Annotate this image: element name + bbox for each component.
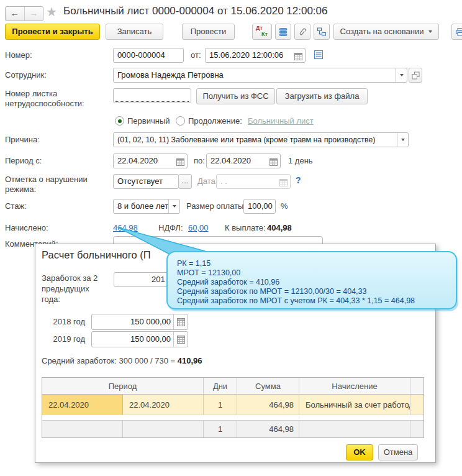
print-button[interactable] — [451, 24, 462, 40]
datetime-value: 15.06.2020 12:00:06 — [209, 50, 283, 60]
sick-number-label-line1: Номер листка — [5, 89, 57, 98]
calculation-tooltip: РК = 1,15 МРОТ = 12130,00 Средний зарабо… — [166, 251, 457, 309]
reason-combo[interactable]: (01, 02, 10, 11) Заболевание или травма … — [113, 132, 409, 147]
year-2018-label: 2018 год — [42, 317, 85, 326]
column-header-accrual[interactable]: Начисление — [299, 378, 410, 395]
column-header-empty — [410, 378, 424, 395]
calendar-icon[interactable] — [270, 157, 278, 168]
favorite-star-icon[interactable]: ★ — [46, 4, 57, 19]
cell-accrual[interactable]: Больничный за счет работодателя — [299, 395, 410, 415]
violation-date-input[interactable]: . . — [216, 174, 291, 189]
violation-choose-button[interactable]: ... — [178, 174, 192, 189]
forward-icon[interactable]: → — [25, 7, 43, 21]
continuation-radio[interactable] — [176, 116, 185, 126]
violation-date-placeholder: . . — [220, 176, 227, 186]
cell-sum[interactable]: 464,98 — [237, 395, 299, 415]
employee-open-button[interactable] — [409, 68, 422, 83]
calculator-icon[interactable] — [173, 314, 188, 329]
calendar-icon[interactable] — [294, 51, 302, 63]
document-history-icon[interactable] — [314, 50, 324, 62]
period-from-input[interactable]: 22.04.2020 — [113, 153, 188, 168]
open-external-icon — [412, 71, 420, 80]
period-to-value: 22.04.2020 — [211, 156, 251, 165]
earnings-label-line3: года: — [42, 295, 60, 304]
attachments-button[interactable] — [294, 24, 310, 40]
reason-value: (01, 02, 10, 11) Заболевание или травма … — [117, 135, 375, 144]
total-empty — [299, 420, 410, 437]
dtkt-postings-button[interactable]: Дт Кт — [252, 24, 272, 40]
help-icon[interactable]: ? — [296, 175, 301, 185]
period-to-input[interactable]: 22.04.2020 — [206, 153, 281, 168]
year-2019-value: 150 000,00 — [92, 332, 171, 347]
column-header-sum[interactable]: Сумма — [237, 378, 299, 395]
cell-date-from[interactable]: 22.04.2020 — [42, 395, 123, 415]
load-from-file-button[interactable]: Загрузить из файла — [276, 88, 368, 104]
period-label: Период с: — [5, 156, 42, 165]
earnings-label-line2: предыдущих — [42, 284, 89, 293]
violation-label-line2: режима: — [5, 185, 36, 194]
accrued-label: Начислено: — [5, 223, 48, 232]
calculation-table: Период Дни Сумма Начисление 22.04.2020 2… — [42, 377, 424, 438]
year-2019-input[interactable]: 150 000,00 — [91, 331, 188, 347]
calculator-icon[interactable] — [173, 332, 188, 347]
related-documents-icon — [317, 27, 327, 37]
write-button[interactable]: Записать — [106, 24, 163, 40]
percent-sign: % — [281, 201, 288, 211]
average-earnings-value: 410,96 — [178, 356, 202, 365]
experience-value: 8 и более лет — [117, 201, 168, 211]
datetime-input[interactable]: 15.06.2020 12:00:06 — [205, 48, 306, 63]
continuation-doc-link[interactable]: Больничный лист — [248, 116, 314, 126]
employee-combo[interactable]: Громова Надежда Петровна — [113, 68, 407, 83]
related-documents-button[interactable] — [314, 24, 330, 40]
more-actions-button[interactable] — [275, 24, 291, 40]
average-earnings-line: Средний заработок: 300 000 / 730 = 410,9… — [42, 356, 202, 365]
post-button[interactable]: Провести — [182, 24, 235, 40]
tooltip-line: Средний заработок по МРОТ = 12130,00/30 … — [177, 287, 456, 296]
column-header-days[interactable]: Дни — [204, 378, 237, 395]
get-from-fss-button[interactable]: Получить из ФСС — [196, 88, 275, 104]
table-row[interactable]: 22.04.2020 22.04.2020 1 464,98 Больничны… — [42, 395, 424, 415]
table-header-row: Период Дни Сумма Начисление — [42, 378, 424, 395]
reason-label: Причина: — [5, 135, 40, 144]
table-gap — [42, 415, 424, 420]
kt-label: Кт — [261, 31, 268, 38]
post-and-close-button[interactable]: Провести и закрыть — [5, 24, 100, 40]
calendar-icon — [279, 177, 288, 189]
average-earnings-text: Средний заработок: 300 000 / 730 = — [42, 356, 178, 365]
back-icon[interactable]: ← — [6, 7, 25, 21]
experience-combo[interactable]: 8 и более лет — [113, 199, 180, 214]
total-empty — [123, 420, 204, 437]
create-based-on-button[interactable]: Создать на основании — [333, 24, 439, 40]
total-days: 1 — [204, 420, 237, 437]
sick-number-input[interactable] — [113, 88, 191, 103]
violation-label-line1: Отметка о нарушении — [5, 175, 88, 184]
earnings-label-line1: Заработок за 2 — [42, 273, 97, 283]
year-2018-value: 150 000,00 — [92, 314, 171, 329]
pay-size-label: Размер оплаты: — [186, 201, 246, 211]
reason-dropdown-icon[interactable] — [397, 133, 408, 147]
year-2018-input[interactable]: 150 000,00 — [91, 314, 188, 330]
column-header-period[interactable]: Период — [42, 378, 204, 395]
primary-radio[interactable] — [115, 116, 124, 126]
tooltip-line: РК = 1,15 — [177, 259, 456, 268]
number-input[interactable]: 0000-000004 — [113, 48, 184, 63]
ok-button[interactable]: OK — [346, 444, 373, 460]
pay-size-input[interactable]: 100,00 — [243, 199, 276, 214]
employee-dropdown-icon[interactable] — [396, 68, 407, 82]
cancel-button[interactable]: Отмена — [378, 444, 418, 460]
employee-label: Сотрудник: — [5, 70, 47, 80]
cell-days[interactable]: 1 — [204, 395, 237, 415]
tooltip-line: Средний заработок по МРОТ с учетом РК = … — [177, 296, 456, 306]
calendar-icon[interactable] — [176, 157, 184, 168]
employee-value: Громова Надежда Петровна — [117, 70, 224, 80]
violation-input[interactable]: Отсутствует — [113, 174, 179, 189]
payout-label: К выплате: — [225, 223, 266, 232]
cell-date-to[interactable]: 22.04.2020 — [123, 395, 204, 415]
table-total-row: 1 464,98 — [42, 420, 424, 437]
chevron-down-icon — [428, 30, 432, 33]
violation-date-label: Дата: — [197, 176, 217, 186]
primary-radio-label: Первичный — [127, 116, 170, 126]
continuation-radio-label: Продолжение: — [188, 116, 242, 126]
paperclip-icon — [297, 27, 307, 37]
experience-dropdown-icon[interactable] — [168, 199, 179, 213]
